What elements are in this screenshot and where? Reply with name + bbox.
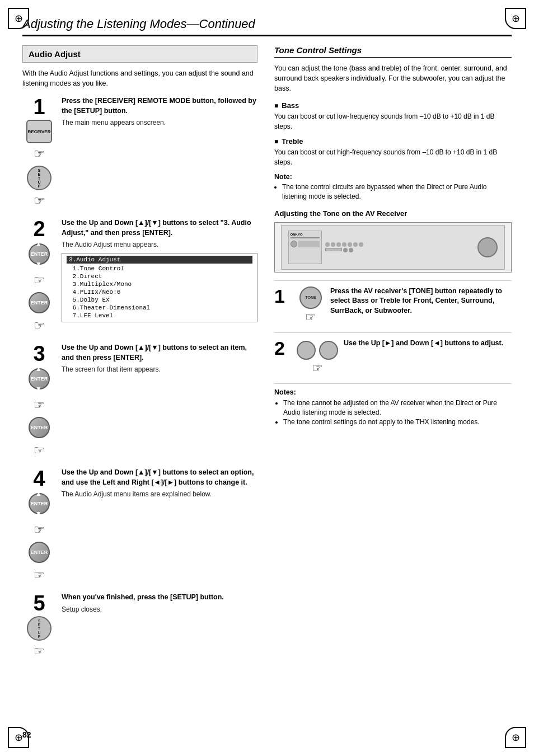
page-title: Adjusting the Listening Modes—Continued — [22, 17, 512, 31]
step-4-num-area: 4 ENTER ▲ ▼ ☞ ENTER ◄ ► ☞ — [22, 468, 56, 583]
audio-adjust-title: Audio Adjust — [29, 49, 251, 59]
step-5-icons: SETUP ☞ — [27, 616, 51, 659]
step-3-num-area: 3 ENTER ▲ ▼ ☞ ENTER ☞ — [22, 343, 56, 458]
treble-text: You can boost or cut high-frequency soun… — [274, 148, 512, 167]
step-3-number: 3 — [33, 343, 45, 364]
hand-icon-r1: ☞ — [305, 310, 316, 325]
bass-text: You can boost or cut low-frequency sound… — [274, 112, 512, 132]
step-1-description: The main menu appears onscreen. — [62, 118, 257, 128]
title-suffix: —Continued — [187, 17, 255, 31]
step-4-description: The Audio Adjust menu items are explaine… — [62, 490, 257, 499]
step-1-content: Press the [RECEIVER] REMOTE MODE button,… — [62, 96, 257, 128]
right-intro: You can adjust the tone (bass and treble… — [274, 63, 512, 93]
hand-icon-2a: ☞ — [34, 273, 45, 288]
enter-btn-3a: ENTER ▲ ▼ — [29, 368, 50, 389]
right-step-1-instruction: Press the AV receiver's [TONE] button re… — [330, 287, 512, 316]
hand-icon-4b: ☞ — [34, 568, 45, 583]
step-5-number: 5 — [33, 593, 45, 614]
title-main: Adjusting the Listening Modes — [22, 17, 187, 31]
step-3-icons: ENTER ▲ ▼ ☞ ENTER ☞ — [29, 367, 50, 458]
right-step-2-content: Use the Up [►] and Down [◄] buttons to a… — [344, 339, 512, 349]
step-1-number: 1 — [33, 96, 45, 118]
hand-icon-3a: ☞ — [34, 398, 45, 412]
step-2: 2 ENTER ▲ ▼ ☞ ENTER ☞ Use the Up and Dow… — [22, 218, 257, 333]
bottom-note-1: The tone cannot be adjusted on the AV re… — [283, 398, 512, 418]
menu-item-5: 5.Dolby EX — [67, 296, 252, 304]
enter-btn-4a: ENTER ▲ ▼ — [29, 493, 50, 514]
right-step-1: 1 TONE ☞ Press the AV receiver's [TONE] … — [274, 280, 512, 325]
volume-knob — [477, 237, 498, 257]
step-1-instruction: Press the [RECEIVER] REMOTE MODE button,… — [62, 96, 257, 116]
corner-tr-decoration: ⊕ — [505, 8, 526, 29]
audio-adjust-box: Audio Adjust — [22, 45, 257, 63]
enter-btn-2b: ENTER — [29, 292, 50, 313]
right-step-2-instruction: Use the Up [►] and Down [◄] buttons to a… — [344, 339, 512, 349]
step-2-content: Use the Up and Down [▲]/[▼] buttons to s… — [62, 218, 257, 322]
knob-2 — [319, 341, 338, 360]
step-5-description: Setup closes. — [62, 605, 257, 614]
tone-btn: TONE — [299, 287, 322, 309]
step-2-instruction: Use the Up and Down [▲]/[▼] buttons to s… — [62, 218, 257, 238]
page-number: 82 — [22, 730, 31, 739]
step-2-num-area: 2 ENTER ▲ ▼ ☞ ENTER ☞ — [22, 218, 56, 333]
treble-title: Treble — [274, 137, 512, 145]
note-label: Note: — [274, 173, 512, 181]
right-step-2-icon: ☞ — [297, 339, 338, 375]
step-3-instruction: Use the Up and Down [▲]/[▼] buttons to s… — [62, 343, 257, 363]
right-column: Tone Control Settings You can adjust the… — [274, 45, 512, 669]
right-step-2: 2 ☞ Use the Up [►] and Down [◄] buttons … — [274, 332, 512, 375]
right-section-title: Tone Control Settings — [274, 45, 512, 58]
bottom-note-2: The tone control settings do not apply t… — [283, 417, 512, 427]
hand-icon-r2: ☞ — [312, 361, 323, 375]
bass-title-text: Bass — [282, 101, 299, 110]
menu-item-3: 3.Multiplex/Mono — [67, 280, 252, 288]
step-3-content: Use the Up and Down [▲]/[▼] buttons to s… — [62, 343, 257, 374]
note-item-1: The tone control circuits are bypassed w… — [282, 182, 512, 201]
note-list: The tone control circuits are bypassed w… — [274, 182, 512, 201]
hand-icon-4a: ☞ — [34, 523, 45, 537]
step-5-content: When you've finished, press the [SETUP] … — [62, 593, 257, 614]
hand-icon-1b: ☞ — [34, 194, 45, 208]
step-3: 3 ENTER ▲ ▼ ☞ ENTER ☞ Use the Up and Dow… — [22, 343, 257, 458]
corner-tl-decoration: ⊕ — [8, 8, 29, 29]
step-4-number: 4 — [33, 468, 45, 489]
enter-btn-2a: ENTER ▲ ▼ — [29, 243, 50, 265]
receiver-diagram-inner: ONKYO — [281, 225, 505, 270]
step-2-number: 2 — [33, 218, 45, 240]
menu-box: 3.Audio Adjust 1.Tone Control 2.Direct 3… — [62, 253, 257, 322]
bottom-notes-title: Notes: — [274, 388, 512, 396]
step-1-icons: RECEIVER ☞ SETUP ☞ — [26, 120, 52, 208]
step-1: 1 RECEIVER ☞ SETUP ☞ Press the [RECEIVER… — [22, 96, 257, 208]
enter-btn-4b: ENTER ◄ ► — [29, 542, 50, 563]
page-header: Adjusting the Listening Modes—Continued — [22, 17, 512, 36]
left-intro: With the Audio Adjust functions and sett… — [22, 68, 257, 88]
step-4-icons: ENTER ▲ ▼ ☞ ENTER ◄ ► ☞ — [29, 491, 50, 583]
menu-item-1: 1.Tone Control — [67, 265, 252, 273]
receiver-diagram: 1 2 ONKYO — [274, 222, 512, 273]
right-step-1-icon: TONE ☞ — [297, 287, 325, 325]
bass-title: Bass — [274, 101, 512, 110]
panel-left: ONKYO — [288, 231, 322, 264]
left-column: Audio Adjust With the Audio Adjust funct… — [22, 45, 257, 669]
step-5: 5 SETUP ☞ When you've finished, press th… — [22, 593, 257, 659]
right-step-2-num: 2 — [274, 339, 291, 358]
hand-icon-3b: ☞ — [34, 443, 45, 458]
menu-header: 3.Audio Adjust — [67, 256, 252, 264]
step-1-num-area: 1 RECEIVER ☞ SETUP ☞ — [22, 96, 56, 208]
setup-btn-icon-5: SETUP — [27, 616, 51, 641]
step-5-num-area: 5 SETUP ☞ — [22, 593, 56, 659]
right-step-1-num: 1 — [274, 287, 291, 306]
step-4-instruction: Use the Up and Down [▲]/[▼] buttons to s… — [62, 468, 257, 487]
hand-icon-2b: ☞ — [34, 318, 45, 333]
av-receiver-label: Adjusting the Tone on the AV Receiver — [274, 209, 512, 218]
step-4: 4 ENTER ▲ ▼ ☞ ENTER ◄ ► ☞ — [22, 468, 257, 583]
enter-btn-3b: ENTER — [29, 417, 50, 438]
step-4-content: Use the Up and Down [▲]/[▼] buttons to s… — [62, 468, 257, 499]
menu-item-7: 7.LFE Level — [67, 312, 252, 320]
receiver-btn-icon: RECEIVER — [26, 120, 52, 143]
bottom-notes-list: The tone cannot be adjusted on the AV re… — [274, 398, 512, 428]
menu-item-4: 4.PLIIx/Neo:6 — [67, 288, 252, 296]
setup-btn-icon: SETUP — [27, 166, 51, 190]
menu-item-6: 6.Theater-Dimensional — [67, 304, 252, 312]
menu-item-2: 2.Direct — [67, 273, 252, 280]
